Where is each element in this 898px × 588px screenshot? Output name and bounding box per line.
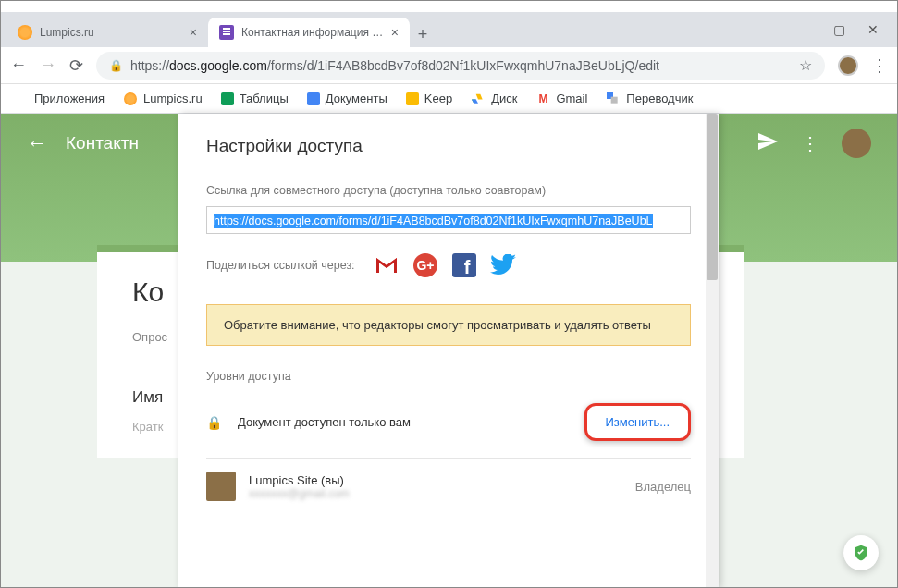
owner-avatar bbox=[206, 472, 236, 501]
gmail-share-icon[interactable] bbox=[374, 252, 400, 278]
bookmark-lumpics[interactable]: Lumpics.ru bbox=[123, 92, 203, 106]
access-private-row: 🔒 Документ доступен только вам Изменить.… bbox=[206, 396, 691, 459]
bookmark-sheets[interactable]: Таблицы bbox=[221, 92, 289, 105]
apps-label: Приложения bbox=[34, 92, 105, 105]
link-label: Ссылка для совместного доступа (доступна… bbox=[206, 184, 691, 197]
bookmark-gmail[interactable]: MGmail bbox=[535, 92, 587, 106]
user-avatar[interactable] bbox=[842, 129, 871, 158]
drive-icon bbox=[471, 92, 486, 106]
access-levels-label: Уровни доступа bbox=[206, 370, 691, 383]
tab-title: Контактная информация - Goo... bbox=[241, 26, 384, 39]
bookmarks-bar: Приложения Lumpics.ru Таблицы Документы … bbox=[1, 84, 897, 114]
tab-forms[interactable]: Контактная информация - Goo... × bbox=[208, 18, 410, 47]
tab-lumpics[interactable]: Lumpics.ru × bbox=[6, 18, 208, 47]
url-text: https://docs.google.com/forms/d/1iF4AB8b… bbox=[130, 58, 792, 73]
minimize-icon[interactable]: — bbox=[798, 22, 811, 37]
tab-strip: Lumpics.ru × Контактная информация - Goo… bbox=[1, 12, 897, 47]
owner-name: Lumpics Site (вы) bbox=[249, 473, 622, 487]
bookmark-star-icon[interactable]: ☆ bbox=[799, 56, 812, 74]
kebab-menu-icon[interactable]: ⋮ bbox=[871, 55, 888, 76]
close-icon[interactable]: × bbox=[190, 25, 197, 40]
svg-text:G+: G+ bbox=[416, 258, 434, 273]
access-text: Документ доступен только вам bbox=[238, 415, 572, 429]
owner-row: Lumpics Site (вы) xxxxxxx@gmail.com Влад… bbox=[206, 459, 691, 514]
owner-role: Владелец bbox=[635, 480, 691, 494]
new-tab-button[interactable]: + bbox=[410, 21, 436, 47]
forward-button: → bbox=[40, 55, 56, 75]
apps-shortcut[interactable]: Приложения bbox=[14, 92, 105, 106]
share-via-row: Поделиться ссылкой через: G+ f bbox=[206, 252, 691, 278]
close-window-icon[interactable]: ✕ bbox=[867, 22, 879, 37]
gplus-share-icon[interactable]: G+ bbox=[412, 252, 438, 278]
lock-icon: 🔒 bbox=[206, 415, 225, 430]
lock-icon: 🔒 bbox=[109, 59, 123, 72]
tab-title: Lumpics.ru bbox=[40, 26, 182, 39]
send-icon[interactable] bbox=[757, 130, 779, 156]
bookmark-keep[interactable]: Keep bbox=[406, 92, 452, 105]
favicon-forms bbox=[219, 25, 234, 40]
owner-email: xxxxxxx@gmail.com bbox=[249, 487, 622, 500]
address-bar[interactable]: 🔒 https://docs.google.com/forms/d/1iF4AB… bbox=[96, 52, 825, 80]
bookmark-translate[interactable]: Переводчик bbox=[606, 92, 693, 106]
reload-button[interactable]: ⟳ bbox=[69, 55, 83, 76]
forms-app-area: ← Контактн ⋮ Ко Опрос Имя Кратк Настройк… bbox=[1, 114, 897, 588]
form-title: Контактн bbox=[66, 133, 139, 153]
maximize-icon[interactable]: ▢ bbox=[833, 22, 845, 37]
facebook-share-icon[interactable]: f bbox=[451, 252, 477, 278]
twitter-share-icon[interactable] bbox=[490, 252, 516, 278]
sharing-settings-modal: Настройки доступа Ссылка для совместного… bbox=[178, 114, 719, 588]
bookmark-docs[interactable]: Документы bbox=[307, 92, 387, 105]
bookmark-drive[interactable]: Диск bbox=[471, 92, 517, 106]
security-shield-badge[interactable] bbox=[843, 535, 879, 570]
favicon-lumpics bbox=[18, 25, 32, 40]
svg-rect-1 bbox=[611, 96, 618, 103]
share-link-input[interactable]: https://docs.google.com/forms/d/1iF4AB8b… bbox=[206, 206, 691, 234]
warning-banner: Обратите внимание, что редакторы смогут … bbox=[206, 304, 691, 346]
modal-title: Настройки доступа bbox=[206, 136, 691, 156]
share-via-label: Поделиться ссылкой через: bbox=[206, 259, 355, 272]
change-access-button[interactable]: Изменить... bbox=[584, 403, 691, 441]
browser-toolbar: ← → ⟳ 🔒 https://docs.google.com/forms/d/… bbox=[1, 47, 897, 84]
svg-text:f: f bbox=[463, 257, 470, 277]
profile-avatar[interactable] bbox=[838, 55, 858, 76]
translate-icon bbox=[606, 92, 621, 106]
more-menu-icon[interactable]: ⋮ bbox=[801, 132, 819, 154]
back-button[interactable]: ← bbox=[10, 55, 27, 75]
modal-scrollbar[interactable] bbox=[706, 114, 719, 588]
close-icon[interactable]: × bbox=[391, 25, 399, 40]
window-controls: — ▢ ✕ bbox=[780, 12, 897, 47]
back-arrow-icon[interactable]: ← bbox=[27, 131, 47, 155]
apps-grid-icon bbox=[14, 92, 29, 106]
